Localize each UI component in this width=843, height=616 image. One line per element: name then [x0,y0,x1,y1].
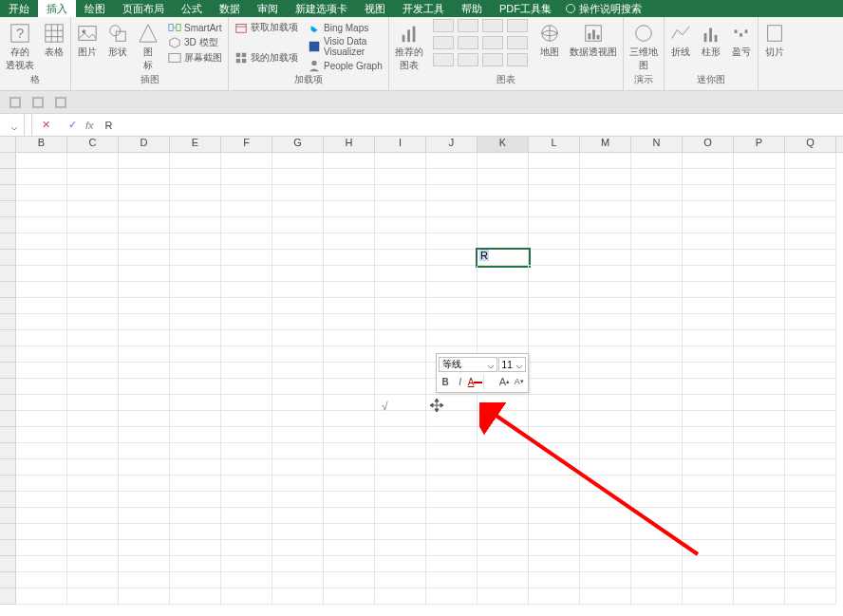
cell[interactable] [67,185,119,201]
cell[interactable] [16,443,67,459]
cell[interactable] [785,427,836,443]
cell[interactable] [324,459,375,476]
cell[interactable] [529,250,580,266]
cell[interactable] [119,201,170,217]
cell[interactable] [16,185,67,201]
pivotchart-button[interactable]: 数据透视图 [570,19,617,59]
cell[interactable] [16,508,67,524]
cell[interactable] [631,233,683,250]
cell[interactable] [580,153,631,169]
chart-type-item[interactable] [507,53,528,66]
cell[interactable] [375,363,426,379]
column-header[interactable]: H [324,137,375,152]
cell[interactable] [16,427,67,443]
name-box[interactable] [0,114,25,136]
cell[interactable] [119,459,170,476]
cell[interactable] [67,201,119,217]
cell[interactable] [580,556,631,572]
cell[interactable] [375,379,426,395]
cell[interactable] [170,250,221,266]
column-header[interactable]: K [478,137,529,152]
cell[interactable] [221,556,272,572]
menu-tab-review[interactable]: 审阅 [249,0,287,17]
row-header[interactable] [0,363,16,379]
cell[interactable] [631,556,683,572]
cell[interactable] [375,508,426,524]
cell[interactable] [478,233,529,250]
cell[interactable] [785,363,836,379]
cell[interactable] [375,443,426,459]
cell[interactable] [734,298,785,314]
cell[interactable] [426,217,478,233]
cell[interactable] [67,540,119,556]
cell[interactable] [324,395,375,411]
cell[interactable] [272,540,324,556]
cell[interactable] [67,588,119,605]
column-header[interactable]: P [734,137,785,152]
cell[interactable] [170,492,221,508]
cell[interactable] [426,233,478,250]
cell[interactable] [426,508,478,524]
cell[interactable] [478,492,529,508]
cell[interactable] [785,250,836,266]
cell[interactable] [580,233,631,250]
cell[interactable] [67,492,119,508]
cell[interactable] [785,379,836,395]
cell[interactable] [67,298,119,314]
cell[interactable] [580,266,631,282]
cell[interactable] [734,572,785,588]
cell[interactable] [170,443,221,459]
cell[interactable] [631,395,683,411]
cell[interactable] [67,330,119,346]
cell[interactable] [272,427,324,443]
cell[interactable] [119,250,170,266]
cell[interactable] [529,185,580,201]
cell[interactable] [324,363,375,379]
cell[interactable] [785,540,836,556]
cell[interactable] [119,524,170,540]
cell[interactable] [16,217,67,233]
chart-type-item[interactable] [482,53,503,66]
cell[interactable] [170,524,221,540]
cell[interactable] [324,588,375,605]
cell[interactable] [375,266,426,282]
cell[interactable] [631,169,683,185]
cell[interactable] [683,250,734,266]
cell[interactable] [426,588,478,605]
cell[interactable] [631,346,683,363]
cell[interactable] [221,508,272,524]
cell[interactable] [324,427,375,443]
cell[interactable] [426,250,478,266]
cell[interactable] [734,492,785,508]
row-header[interactable] [0,459,16,476]
cell[interactable] [580,185,631,201]
column-header[interactable]: O [683,137,734,152]
cell[interactable] [631,298,683,314]
row-header[interactable] [0,233,16,250]
bing-maps-button[interactable]: Bing Maps [308,21,383,34]
cell[interactable] [272,169,324,185]
cell[interactable] [734,169,785,185]
cell[interactable] [785,282,836,298]
cell[interactable] [324,572,375,588]
qat-icon-2[interactable] [32,97,44,108]
cell[interactable] [478,266,529,282]
cell[interactable] [221,282,272,298]
menu-tab-help[interactable]: 帮助 [453,0,491,17]
column-header[interactable]: N [631,137,683,152]
cell[interactable] [426,169,478,185]
cell[interactable] [426,201,478,217]
cell[interactable] [272,395,324,411]
cell[interactable] [67,476,119,492]
cell[interactable] [324,298,375,314]
cell[interactable] [119,556,170,572]
cell[interactable] [16,395,67,411]
cell[interactable] [785,153,836,169]
cell[interactable] [119,330,170,346]
cancel-edit-button[interactable]: ✕ [32,119,59,131]
cell[interactable] [16,556,67,572]
cell[interactable] [785,492,836,508]
cell[interactable] [478,153,529,169]
cell[interactable] [272,201,324,217]
fx-icon[interactable]: fx [85,120,94,131]
